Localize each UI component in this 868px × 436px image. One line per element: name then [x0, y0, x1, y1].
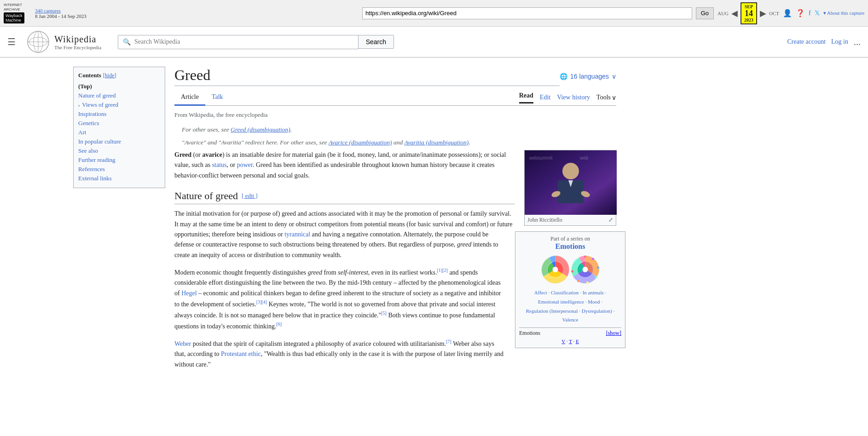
toc-item-nature[interactable]: Nature of greed [78, 92, 116, 99]
person-name: John Riccitiello [527, 217, 562, 224]
emotion-wheel-container [519, 253, 621, 286]
user-icon[interactable]: 👤 [783, 9, 792, 17]
main-container: Contents [hide] (Top) Nature of greed › … [66, 57, 802, 385]
list-item: In popular culture [78, 137, 160, 146]
article-body: websummit web [174, 150, 616, 376]
link-valence[interactable]: Valence [562, 317, 579, 322]
toc-item-art[interactable]: Art [78, 129, 86, 136]
captures-info: 340 captures 8 Jan 2004 - 14 Sep 2023 [35, 8, 87, 19]
article-text: websummit web [174, 150, 616, 376]
captures-link[interactable]: 340 captures [35, 8, 61, 13]
action-edit[interactable]: Edit [540, 94, 550, 101]
svg-text:websummit: websummit [529, 155, 553, 161]
emotion-links: Affect · Classification · In animals · E… [519, 288, 621, 325]
link-hegel[interactable]: Hegel [181, 290, 197, 297]
link-protestant-ethic[interactable]: Protestant ethic [221, 350, 261, 357]
search-input[interactable] [134, 38, 353, 46]
wiki-header: ☰ Wikipedia The Free Encyclopedia 🔍 Sear… [0, 27, 868, 57]
section-edit-link[interactable]: [ edit ] [242, 192, 258, 200]
languages-label: 16 languages [570, 73, 609, 80]
go-button[interactable]: Go [696, 7, 714, 19]
toc-item-further-reading[interactable]: Further reading [78, 156, 116, 163]
more-options-icon[interactable]: ... [854, 37, 861, 47]
search-area: 🔍 Search [118, 35, 394, 49]
section-nature-title: Nature of greed [ edit ] [174, 190, 515, 204]
sidebar: Contents [hide] (Top) Nature of greed › … [73, 67, 165, 376]
article-tabs: Article Talk Read Edit View history Tool… [174, 90, 616, 106]
list-item: (Top) [78, 82, 160, 91]
link-status[interactable]: status [212, 161, 227, 168]
link-mood[interactable]: Mood [588, 299, 600, 304]
languages-button[interactable]: 🌐 16 languages ∨ [560, 73, 616, 80]
nav-prev-arrow[interactable]: ◀ [731, 8, 738, 18]
list-item: Inspirations [78, 109, 160, 119]
svg-point-9 [562, 163, 579, 179]
ref-2[interactable]: [2] [442, 268, 448, 273]
hatnote-link-greed[interactable]: Greed (disambiguation) [231, 126, 290, 133]
svg-text:web: web [579, 155, 589, 161]
show-link[interactable]: [show] [606, 330, 621, 337]
twitter-icon[interactable]: 𝕏 [815, 9, 820, 17]
svg-point-21 [592, 258, 594, 260]
ref-6[interactable]: [6] [276, 321, 282, 327]
link-affect[interactable]: Affect [534, 290, 547, 295]
toc-item-views[interactable]: Views of greed [82, 101, 118, 108]
timeline-area: AUG ◀ SEP 14 2023 ▶ OCT [718, 2, 779, 24]
toc-arrow-views: › [78, 103, 80, 108]
link-weber[interactable]: Weber [174, 340, 191, 347]
toc-hide-link[interactable]: [hide] [103, 72, 116, 79]
link-emotional-intelligence[interactable]: Emotional intelligence [538, 299, 584, 304]
search-button[interactable]: Search [359, 35, 394, 49]
toc-item-genetics[interactable]: Genetics [78, 120, 99, 126]
link-dysregulation[interactable]: Dysregulation) [582, 308, 612, 314]
link-regulation[interactable]: Regulation (Interpersonal [526, 308, 578, 314]
toc-item-popular-culture[interactable]: In popular culture [78, 138, 121, 145]
tools-dropdown[interactable]: Tools ∨ [596, 94, 616, 102]
ref-7[interactable]: [7] [446, 339, 451, 344]
hatnote-link-avaritia[interactable]: Avaritia (disambiguation) [404, 139, 469, 146]
tools-chevron-icon: ∨ [612, 94, 616, 102]
link-v[interactable]: V [561, 338, 565, 344]
svg-point-27 [574, 260, 577, 263]
toc-item-inspirations[interactable]: Inspirations [78, 110, 106, 117]
link-in-animals[interactable]: In animals [583, 290, 604, 295]
create-account-link[interactable]: Create account [787, 38, 826, 46]
expand-icon[interactable]: ⤢ [608, 217, 613, 224]
svg-point-19 [583, 267, 588, 272]
link-tyrannical[interactable]: tyrannical [284, 231, 310, 238]
tab-talk[interactable]: Talk [205, 90, 230, 106]
toc-item-references[interactable]: References [78, 166, 105, 172]
wiki-logo[interactable]: Wikipedia The Free Encyclopedia [27, 30, 101, 53]
tab-article[interactable]: Article [174, 90, 205, 106]
toc-item-top[interactable]: (Top) [78, 83, 92, 90]
log-in-link[interactable]: Log in [831, 38, 848, 46]
facebook-icon[interactable]: f [809, 10, 811, 17]
svg-point-25 [577, 280, 579, 282]
toc-item-external-links[interactable]: External links [78, 175, 112, 182]
ia-text: INTERNET ARCHIVE [4, 3, 31, 11]
link-e[interactable]: E [576, 338, 579, 344]
captures-dates: 8 Jan 2004 - 14 Sep 2023 [35, 13, 87, 19]
search-box: 🔍 [118, 35, 359, 49]
wayback-logo: INTERNET ARCHIVE WaybackMachine [4, 3, 31, 23]
ref-5[interactable]: [5] [381, 310, 387, 316]
help-icon[interactable]: ❓ [796, 9, 805, 17]
tools-label: Tools [596, 94, 611, 101]
month-oct: OCT [769, 11, 779, 16]
hatnote-link-avarice[interactable]: Avarice (disambiguation) [329, 139, 392, 146]
action-view-history[interactable]: View history [557, 94, 590, 101]
ref-3[interactable]: [3] [256, 299, 262, 304]
menu-icon[interactable]: ☰ [7, 36, 16, 47]
nav-next-arrow[interactable]: ▶ [760, 8, 766, 18]
toc-item-see-also[interactable]: See also [78, 147, 98, 154]
link-classification[interactable]: Classification [551, 290, 579, 295]
about-capture[interactable]: ▾ About this capture [823, 10, 864, 16]
ref-4[interactable]: [4] [261, 299, 267, 304]
ref-1[interactable]: [1] [437, 268, 443, 273]
svg-point-26 [571, 270, 573, 273]
url-input[interactable] [362, 7, 692, 19]
link-power[interactable]: power [237, 161, 253, 168]
svg-point-24 [586, 281, 589, 284]
link-t[interactable]: T [569, 338, 572, 344]
action-read[interactable]: Read [519, 92, 533, 103]
